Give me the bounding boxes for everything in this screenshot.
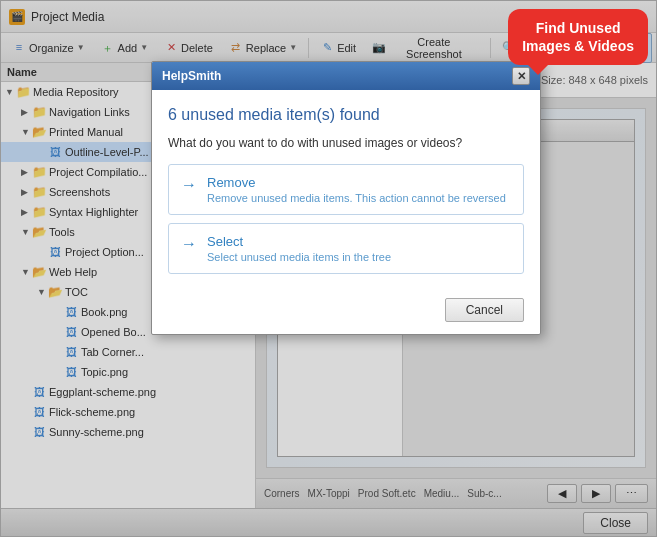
- dialog-count-text: 6 unused media item(s) found: [168, 106, 524, 124]
- main-window: Find Unused Images & Videos 🎬 Project Me…: [0, 0, 657, 537]
- callout-line2: Images & Videos: [522, 38, 634, 54]
- select-option-title: Select: [207, 234, 391, 249]
- helpsmith-dialog: HelpSmith ✕ 6 unused media item(s) found…: [151, 61, 541, 335]
- remove-option-desc: Remove unused media items. This action c…: [207, 192, 506, 204]
- dialog-cancel-button[interactable]: Cancel: [445, 298, 524, 322]
- callout-bubble: Find Unused Images & Videos: [508, 9, 648, 65]
- dialog-title: HelpSmith: [162, 69, 221, 83]
- dialog-titlebar: HelpSmith ✕: [152, 62, 540, 90]
- select-option-desc: Select unused media items in the tree: [207, 251, 391, 263]
- dialog-question: What do you want to do with unused image…: [168, 136, 524, 150]
- select-option[interactable]: → Select Select unused media items in th…: [168, 223, 524, 274]
- dialog-body: 6 unused media item(s) found What do you…: [152, 90, 540, 290]
- modal-overlay: HelpSmith ✕ 6 unused media item(s) found…: [1, 1, 656, 536]
- remove-option-content: Remove Remove unused media items. This a…: [207, 175, 506, 204]
- select-option-content: Select Select unused media items in the …: [207, 234, 391, 263]
- dialog-footer: Cancel: [152, 290, 540, 334]
- select-arrow-icon: →: [181, 235, 197, 253]
- remove-arrow-icon: →: [181, 176, 197, 194]
- callout-line1: Find Unused: [536, 20, 621, 36]
- remove-option-title: Remove: [207, 175, 506, 190]
- remove-option[interactable]: → Remove Remove unused media items. This…: [168, 164, 524, 215]
